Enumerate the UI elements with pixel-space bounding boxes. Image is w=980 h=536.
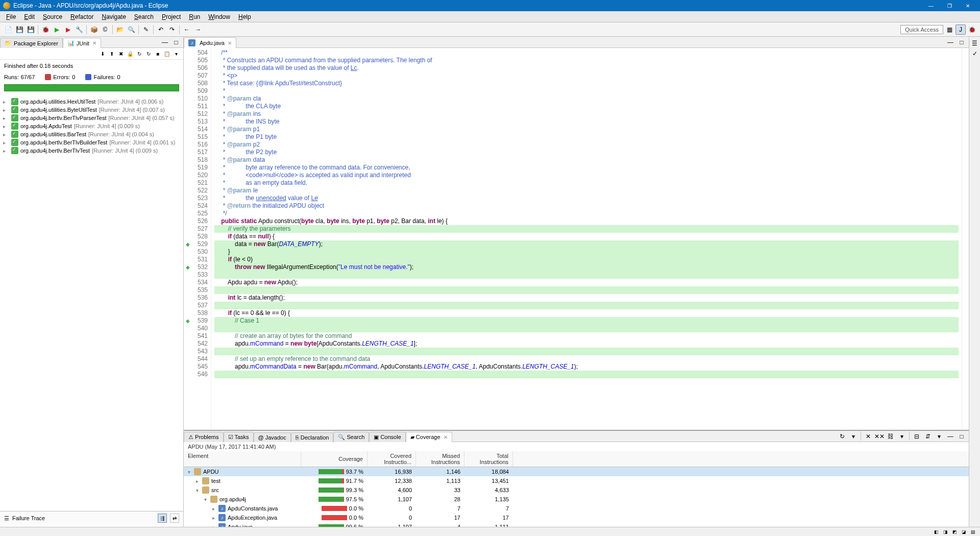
code-editor[interactable]: 5045055065075085095105115125135145155165…: [184, 48, 969, 430]
search-icon[interactable]: 🔍: [126, 25, 136, 35]
open-perspective-icon[interactable]: ▦: [944, 25, 954, 35]
new-icon[interactable]: 📄: [3, 25, 13, 35]
close-icon[interactable]: ✕: [444, 434, 448, 440]
coverage-row[interactable]: ▾src99.3 %4,600334,633: [184, 485, 969, 495]
tab-console[interactable]: ▣ Console: [369, 432, 405, 442]
test-item[interactable]: ▸org.apdu4j.bertlv.BerTlvTest [Runner: J…: [1, 147, 182, 155]
menu-run[interactable]: Run: [185, 12, 204, 21]
editor-tab-apdu[interactable]: JApdu.java✕: [184, 37, 236, 48]
sb-icon-2[interactable]: ◨: [941, 528, 949, 535]
close-button[interactable]: ✕: [959, 0, 977, 11]
tab-junit[interactable]: 📊 JUnit✕: [63, 38, 101, 48]
select-session-icon[interactable]: ▾: [897, 431, 907, 442]
view-menu-icon[interactable]: ▾: [172, 50, 180, 58]
tab-package-explorer[interactable]: 📁 Package Explorer: [0, 38, 63, 48]
col-total[interactable]: Total Instructions: [464, 451, 513, 467]
history-icon[interactable]: 📋: [163, 50, 171, 58]
coverage-icon[interactable]: ▶: [63, 25, 73, 35]
tab-search[interactable]: 🔍 Search: [333, 432, 369, 442]
sb-icon-1[interactable]: ◧: [932, 528, 940, 535]
coverage-row[interactable]: ▸JApduException.java0.0 %01717: [184, 513, 969, 522]
stop-icon[interactable]: ■: [154, 50, 162, 58]
compare-icon[interactable]: ⇄: [170, 514, 179, 523]
minimize-button[interactable]: —: [922, 0, 940, 11]
debug-icon[interactable]: 🐞: [40, 25, 51, 35]
tab-problems[interactable]: ⚠ Problems: [184, 432, 224, 442]
coverage-row[interactable]: ▾org.apdu4j97.5 %1,107281,135: [184, 495, 969, 504]
open-type-icon[interactable]: 📂: [115, 25, 125, 35]
forward-icon[interactable]: →: [193, 25, 203, 35]
tab-javadoc[interactable]: @ Javadoc: [254, 432, 291, 442]
prev-failure-icon[interactable]: ⬆: [108, 50, 116, 58]
menu-window[interactable]: Window: [204, 12, 234, 21]
coverage-row[interactable]: ▸JApdu.java99.6 %1,10741,111: [184, 522, 969, 527]
next-failure-icon[interactable]: ⬇: [99, 50, 107, 58]
close-icon[interactable]: ✕: [92, 40, 96, 46]
maximize-button[interactable]: ❐: [940, 0, 959, 11]
maximize-editor-icon[interactable]: □: [957, 37, 967, 47]
task-list-icon[interactable]: ✓: [970, 49, 979, 58]
new-class-icon[interactable]: ©: [100, 25, 110, 35]
debug-perspective-icon[interactable]: 🐞: [967, 25, 977, 35]
minimize-icon[interactable]: —: [945, 431, 955, 442]
minimize-editor-icon[interactable]: —: [945, 37, 955, 47]
scroll-lock-icon[interactable]: 🔒: [126, 50, 134, 58]
tab-coverage[interactable]: ▰ Coverage✕: [406, 432, 452, 442]
col-coverage[interactable]: Coverage: [301, 451, 368, 467]
menu-project[interactable]: Project: [158, 12, 185, 21]
collapse-all-icon[interactable]: ⊟: [912, 431, 922, 442]
filter-stack-icon[interactable]: ⇶: [158, 514, 167, 523]
remove-session-icon[interactable]: ✕: [863, 431, 873, 442]
col-covered[interactable]: Covered Instructio...: [368, 451, 416, 467]
save-icon[interactable]: 💾: [14, 25, 24, 35]
run-icon[interactable]: ▶: [52, 25, 62, 35]
tab-declaration[interactable]: ⎘ Declaration: [291, 432, 334, 442]
sb-icon-5[interactable]: ▤: [969, 528, 977, 535]
prev-annotation-icon[interactable]: ↶: [156, 25, 166, 35]
remove-all-icon[interactable]: ✕✕: [874, 431, 885, 442]
test-tree[interactable]: ▸org.apdu4j.utilities.HexUtilTest [Runne…: [0, 95, 183, 511]
rerun-icon[interactable]: ↻: [135, 50, 143, 58]
save-all-icon[interactable]: 💾: [26, 25, 36, 35]
coverage-row[interactable]: ▸test91.7 %12,3381,11313,451: [184, 476, 969, 485]
maximize-icon[interactable]: □: [957, 431, 967, 442]
menu-file[interactable]: File: [2, 12, 20, 21]
coverage-row[interactable]: ▸JApduConstants.java0.0 %077: [184, 504, 969, 513]
tab-tasks[interactable]: ☑ Tasks: [224, 432, 254, 442]
back-icon[interactable]: ←: [182, 25, 192, 35]
sb-icon-4[interactable]: ◪: [960, 528, 968, 535]
close-icon[interactable]: ✕: [228, 40, 232, 46]
menu-edit[interactable]: Edit: [20, 12, 39, 21]
merge-icon[interactable]: ⛓: [886, 431, 896, 442]
test-item[interactable]: ▸org.apdu4j.bertlv.BerTlvBuilderTest [Ru…: [1, 138, 182, 147]
show-failures-icon[interactable]: ✖: [117, 50, 125, 58]
minimize-view-icon[interactable]: —: [160, 37, 170, 47]
toggle-mark-icon[interactable]: ✎: [141, 25, 151, 35]
sb-icon-3[interactable]: ◩: [950, 528, 959, 535]
new-package-icon[interactable]: 📦: [89, 25, 99, 35]
next-annotation-icon[interactable]: ↷: [167, 25, 177, 35]
menu-help[interactable]: Help: [234, 12, 255, 21]
col-element[interactable]: Element: [184, 451, 301, 467]
relaunch-icon[interactable]: ↻: [837, 431, 847, 442]
dump-icon[interactable]: ▾: [848, 431, 859, 442]
maximize-view-icon[interactable]: □: [171, 37, 181, 47]
menu-refactor[interactable]: Refactor: [66, 12, 97, 21]
quick-access-field[interactable]: Quick Access: [900, 25, 943, 34]
java-perspective-icon[interactable]: J: [955, 25, 966, 35]
menu-source[interactable]: Source: [39, 12, 66, 21]
external-tools-icon[interactable]: 🔧: [74, 25, 84, 35]
view-menu-icon[interactable]: ▾: [934, 431, 944, 442]
outline-icon[interactable]: ☰: [970, 39, 979, 48]
menu-navigate[interactable]: Navigate: [97, 12, 130, 21]
coverage-row[interactable]: ▾APDU93.7 %16,9381,14618,084: [184, 467, 969, 476]
overview-ruler[interactable]: [962, 48, 969, 430]
menu-search[interactable]: Search: [130, 12, 158, 21]
test-item[interactable]: ▸org.apdu4j.bertlv.BerTlvParserTest [Run…: [1, 114, 182, 122]
link-editor-icon[interactable]: ⇵: [923, 431, 933, 442]
test-item[interactable]: ▸org.apdu4j.utilities.BarTest [Runner: J…: [1, 130, 182, 138]
test-item[interactable]: ▸org.apdu4j.ApduTest [Runner: JUnit 4] (…: [1, 122, 182, 130]
test-item[interactable]: ▸org.apdu4j.utilities.HexUtilTest [Runne…: [1, 98, 182, 106]
col-missed[interactable]: Missed Instructions: [416, 451, 464, 467]
rerun-failed-icon[interactable]: ↻: [144, 50, 153, 58]
